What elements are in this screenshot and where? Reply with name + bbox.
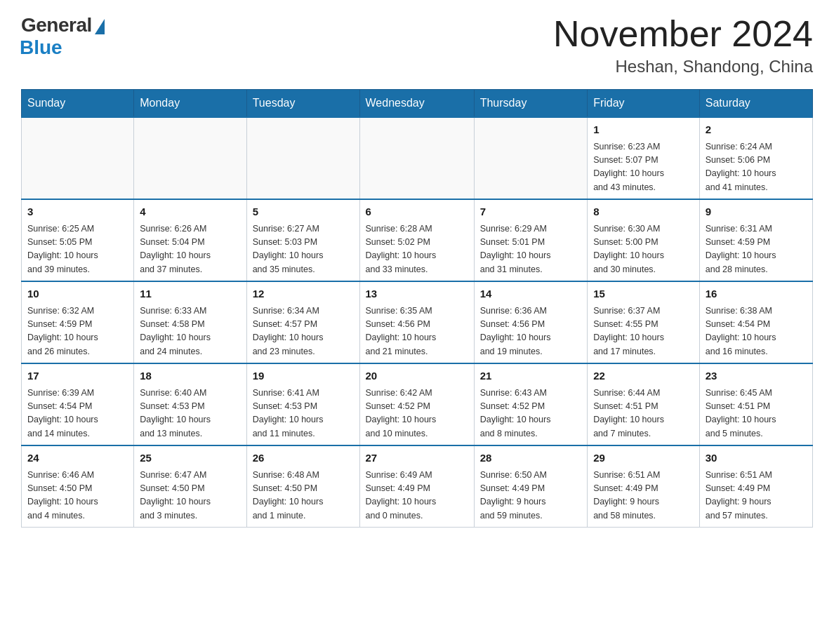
day-info: Sunrise: 6:49 AM Sunset: 4:49 PM Dayligh…: [366, 469, 468, 523]
calendar-table: SundayMondayTuesdayWednesdayThursdayFrid…: [21, 89, 813, 528]
logo: General Blue: [21, 14, 105, 59]
logo-general-text: General: [21, 14, 92, 36]
day-number: 20: [366, 368, 468, 384]
day-number: 15: [593, 286, 694, 302]
day-info: Sunrise: 6:37 AM Sunset: 4:55 PM Dayligh…: [593, 304, 694, 359]
day-info: Sunrise: 6:26 AM Sunset: 5:04 PM Dayligh…: [140, 222, 240, 277]
location-title: Heshan, Shandong, China: [553, 57, 813, 76]
day-info: Sunrise: 6:38 AM Sunset: 4:54 PM Dayligh…: [706, 304, 807, 359]
day-info: Sunrise: 6:41 AM Sunset: 4:53 PM Dayligh…: [253, 387, 354, 441]
day-info: Sunrise: 6:46 AM Sunset: 4:50 PM Dayligh…: [27, 469, 128, 523]
day-number: 13: [366, 286, 468, 302]
weekday-header-thursday: Thursday: [474, 90, 587, 118]
day-info: Sunrise: 6:35 AM Sunset: 4:56 PM Dayligh…: [366, 304, 468, 359]
day-info: Sunrise: 6:40 AM Sunset: 4:53 PM Dayligh…: [140, 387, 240, 441]
day-info: Sunrise: 6:42 AM Sunset: 4:52 PM Dayligh…: [366, 387, 468, 441]
calendar-cell: [474, 117, 587, 199]
calendar-cell: 20Sunrise: 6:42 AM Sunset: 4:52 PM Dayli…: [359, 363, 474, 445]
day-info: Sunrise: 6:44 AM Sunset: 4:51 PM Dayligh…: [593, 387, 694, 441]
calendar-cell: [134, 117, 246, 199]
day-number: 23: [706, 368, 807, 384]
calendar-cell: 17Sunrise: 6:39 AM Sunset: 4:54 PM Dayli…: [22, 363, 134, 445]
calendar-cell: 24Sunrise: 6:46 AM Sunset: 4:50 PM Dayli…: [22, 445, 134, 528]
calendar-cell: 14Sunrise: 6:36 AM Sunset: 4:56 PM Dayli…: [474, 281, 587, 363]
day-info: Sunrise: 6:43 AM Sunset: 4:52 PM Dayligh…: [480, 387, 581, 441]
calendar-cell: 1Sunrise: 6:23 AM Sunset: 5:07 PM Daylig…: [588, 117, 700, 199]
day-number: 1: [593, 122, 694, 138]
calendar-cell: 26Sunrise: 6:48 AM Sunset: 4:50 PM Dayli…: [246, 445, 359, 528]
weekday-header-saturday: Saturday: [699, 90, 812, 118]
day-info: Sunrise: 6:30 AM Sunset: 5:00 PM Dayligh…: [593, 222, 694, 277]
day-number: 30: [706, 450, 807, 467]
calendar-cell: 4Sunrise: 6:26 AM Sunset: 5:04 PM Daylig…: [134, 199, 246, 281]
day-info: Sunrise: 6:23 AM Sunset: 5:07 PM Dayligh…: [593, 140, 694, 195]
calendar-cell: [22, 117, 134, 199]
day-info: Sunrise: 6:39 AM Sunset: 4:54 PM Dayligh…: [27, 387, 128, 441]
calendar-cell: 18Sunrise: 6:40 AM Sunset: 4:53 PM Dayli…: [134, 363, 246, 445]
calendar-cell: 9Sunrise: 6:31 AM Sunset: 4:59 PM Daylig…: [699, 199, 812, 281]
weekday-header-tuesday: Tuesday: [246, 90, 359, 118]
calendar-cell: 5Sunrise: 6:27 AM Sunset: 5:03 PM Daylig…: [246, 199, 359, 281]
day-info: Sunrise: 6:31 AM Sunset: 4:59 PM Dayligh…: [706, 222, 807, 277]
weekday-header-wednesday: Wednesday: [359, 90, 474, 118]
day-number: 3: [27, 204, 128, 220]
day-info: Sunrise: 6:50 AM Sunset: 4:49 PM Dayligh…: [480, 469, 581, 523]
day-number: 17: [27, 368, 128, 384]
day-info: Sunrise: 6:24 AM Sunset: 5:06 PM Dayligh…: [706, 140, 807, 195]
day-number: 9: [706, 204, 807, 220]
day-info: Sunrise: 6:27 AM Sunset: 5:03 PM Dayligh…: [253, 222, 354, 277]
weekday-header-row: SundayMondayTuesdayWednesdayThursdayFrid…: [22, 90, 813, 118]
month-title: November 2024: [553, 14, 813, 54]
weekday-header-sunday: Sunday: [22, 90, 134, 118]
day-number: 27: [366, 450, 468, 467]
title-block: November 2024 Heshan, Shandong, China: [553, 14, 813, 76]
day-info: Sunrise: 6:48 AM Sunset: 4:50 PM Dayligh…: [253, 469, 354, 523]
day-info: Sunrise: 6:45 AM Sunset: 4:51 PM Dayligh…: [706, 387, 807, 441]
calendar-cell: 12Sunrise: 6:34 AM Sunset: 4:57 PM Dayli…: [246, 281, 359, 363]
logo-triangle-icon: [95, 19, 105, 34]
page-header: General Blue November 2024 Heshan, Shand…: [21, 14, 813, 76]
day-number: 26: [253, 450, 354, 467]
calendar-body: 1Sunrise: 6:23 AM Sunset: 5:07 PM Daylig…: [22, 117, 813, 528]
calendar-cell: 29Sunrise: 6:51 AM Sunset: 4:49 PM Dayli…: [588, 445, 700, 528]
day-number: 12: [253, 286, 354, 302]
day-number: 18: [140, 368, 240, 384]
calendar-cell: 23Sunrise: 6:45 AM Sunset: 4:51 PM Dayli…: [699, 363, 812, 445]
week-row-3: 10Sunrise: 6:32 AM Sunset: 4:59 PM Dayli…: [22, 281, 813, 363]
day-number: 16: [706, 286, 807, 302]
day-info: Sunrise: 6:33 AM Sunset: 4:58 PM Dayligh…: [140, 304, 240, 359]
day-number: 28: [480, 450, 581, 467]
day-number: 10: [27, 286, 128, 302]
calendar-cell: 11Sunrise: 6:33 AM Sunset: 4:58 PM Dayli…: [134, 281, 246, 363]
weekday-header-friday: Friday: [588, 90, 700, 118]
calendar-cell: 10Sunrise: 6:32 AM Sunset: 4:59 PM Dayli…: [22, 281, 134, 363]
calendar-cell: 19Sunrise: 6:41 AM Sunset: 4:53 PM Dayli…: [246, 363, 359, 445]
day-info: Sunrise: 6:36 AM Sunset: 4:56 PM Dayligh…: [480, 304, 581, 359]
calendar-cell: 28Sunrise: 6:50 AM Sunset: 4:49 PM Dayli…: [474, 445, 587, 528]
calendar-cell: 30Sunrise: 6:51 AM Sunset: 4:49 PM Dayli…: [699, 445, 812, 528]
day-info: Sunrise: 6:34 AM Sunset: 4:57 PM Dayligh…: [253, 304, 354, 359]
day-number: 7: [480, 204, 581, 220]
day-info: Sunrise: 6:47 AM Sunset: 4:50 PM Dayligh…: [140, 469, 240, 523]
day-number: 24: [27, 450, 128, 467]
weekday-header-monday: Monday: [134, 90, 246, 118]
day-number: 8: [593, 204, 694, 220]
week-row-4: 17Sunrise: 6:39 AM Sunset: 4:54 PM Dayli…: [22, 363, 813, 445]
day-number: 6: [366, 204, 468, 220]
calendar-cell: 2Sunrise: 6:24 AM Sunset: 5:06 PM Daylig…: [699, 117, 812, 199]
calendar-cell: 16Sunrise: 6:38 AM Sunset: 4:54 PM Dayli…: [699, 281, 812, 363]
day-info: Sunrise: 6:51 AM Sunset: 4:49 PM Dayligh…: [706, 469, 807, 523]
day-number: 14: [480, 286, 581, 302]
calendar-cell: [359, 117, 474, 199]
calendar-cell: 22Sunrise: 6:44 AM Sunset: 4:51 PM Dayli…: [588, 363, 700, 445]
day-number: 29: [593, 450, 694, 467]
week-row-2: 3Sunrise: 6:25 AM Sunset: 5:05 PM Daylig…: [22, 199, 813, 281]
calendar-cell: 6Sunrise: 6:28 AM Sunset: 5:02 PM Daylig…: [359, 199, 474, 281]
day-info: Sunrise: 6:28 AM Sunset: 5:02 PM Dayligh…: [366, 222, 468, 277]
day-number: 19: [253, 368, 354, 384]
day-number: 11: [140, 286, 240, 302]
day-number: 21: [480, 368, 581, 384]
calendar-cell: 3Sunrise: 6:25 AM Sunset: 5:05 PM Daylig…: [22, 199, 134, 281]
day-info: Sunrise: 6:51 AM Sunset: 4:49 PM Dayligh…: [593, 469, 694, 523]
day-info: Sunrise: 6:25 AM Sunset: 5:05 PM Dayligh…: [27, 222, 128, 277]
